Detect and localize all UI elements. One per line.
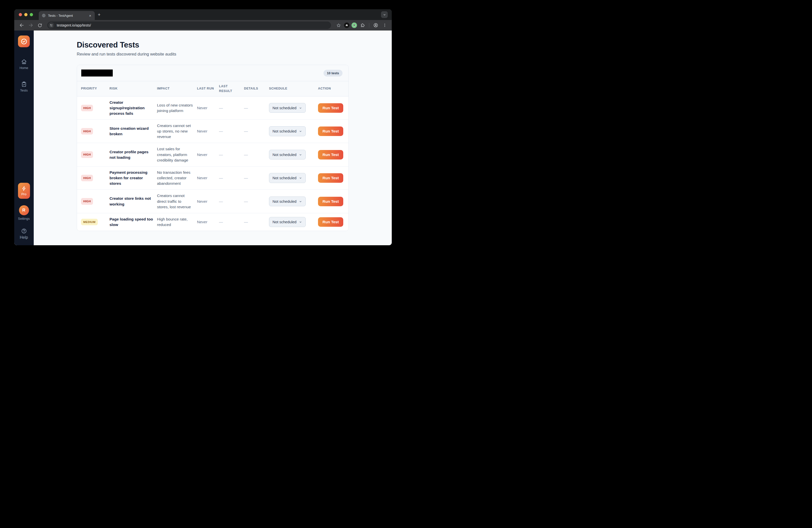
cell-last-result: — [219, 172, 244, 184]
table-row: HIGH Creator signup/registration process… [77, 97, 348, 119]
extensions-button[interactable] [359, 22, 366, 29]
sidebar-item-home[interactable]: Home [19, 59, 28, 70]
help-circle-icon [21, 228, 27, 234]
cell-impact: Loss of new creators joining platform [157, 99, 197, 117]
globe-favicon-icon [42, 14, 46, 17]
forward-arrow-icon [28, 23, 33, 28]
cell-risk: Page loading speed too slow [110, 213, 157, 231]
cell-schedule: Not scheduled [269, 123, 318, 139]
reload-button[interactable] [36, 22, 43, 29]
cell-action: Run Test [318, 193, 347, 209]
cell-risk: Creator store links not working [110, 192, 157, 210]
schedule-dropdown[interactable]: Not scheduled [269, 126, 306, 136]
cell-action: Run Test [318, 214, 347, 230]
profile-button[interactable] [372, 22, 379, 29]
cell-last-result: — [219, 102, 244, 114]
column-header-impact: Impact [157, 84, 197, 94]
window-controls [19, 13, 33, 16]
browser-menu-button[interactable] [381, 22, 388, 29]
chevron-down-icon [383, 13, 386, 16]
cell-details: — [244, 216, 269, 228]
close-window-button[interactable] [19, 13, 22, 16]
chevron-down-icon [299, 130, 302, 133]
chevron-down-icon [299, 220, 302, 224]
minimize-window-button[interactable] [24, 13, 28, 16]
run-test-button[interactable]: Run Test [318, 173, 343, 183]
extension-dome-icon[interactable] [344, 23, 349, 28]
new-tab-button[interactable]: + [98, 12, 101, 17]
test-table-body: HIGH Creator signup/registration process… [77, 97, 348, 231]
table-row: HIGH Store creation wizard broken Creato… [77, 119, 348, 143]
back-button[interactable] [18, 22, 25, 29]
cell-details: — [244, 149, 269, 161]
app-logo[interactable] [18, 35, 30, 47]
chevron-down-icon [299, 106, 302, 110]
column-header-schedule: Schedule [269, 84, 318, 94]
priority-badge: MEDIUM [81, 219, 98, 225]
reload-icon [38, 23, 42, 28]
table-row: HIGH Creator profile pages not loading L… [77, 143, 348, 166]
zoom-window-button[interactable] [30, 13, 33, 16]
page-title: Discovered Tests [77, 41, 349, 49]
puzzle-icon [360, 23, 365, 28]
app-viewport: Home Tests Pro R Settings [14, 30, 392, 245]
run-test-button[interactable]: Run Test [318, 103, 343, 113]
priority-badge: HIGH [81, 128, 93, 134]
cell-action: Run Test [318, 170, 347, 186]
star-icon [336, 23, 341, 28]
dome-glyph [345, 24, 348, 27]
run-test-button[interactable]: Run Test [318, 150, 343, 160]
sidebar-item-tests[interactable]: Tests [20, 81, 28, 92]
schedule-dropdown[interactable]: Not scheduled [269, 173, 306, 183]
run-test-button[interactable]: Run Test [318, 127, 343, 136]
table-row: HIGH Creator store links not working Cre… [77, 190, 348, 213]
cell-last-run: Never [197, 195, 219, 207]
schedule-dropdown-label: Not scheduled [273, 219, 296, 224]
cell-last-result: — [219, 216, 244, 228]
cell-risk: Store creation wizard broken [110, 122, 157, 140]
extension-cursor-icon[interactable] [351, 23, 357, 28]
priority-badge: HIGH [81, 105, 93, 111]
back-arrow-icon [19, 23, 24, 28]
run-test-button[interactable]: Run Test [318, 217, 343, 227]
cursor-glyph [352, 24, 356, 27]
check-circle-icon [20, 38, 28, 45]
cell-last-run: Never [197, 172, 219, 184]
schedule-dropdown[interactable]: Not scheduled [269, 196, 306, 206]
priority-badge: HIGH [81, 175, 93, 181]
cell-last-run: Never [197, 216, 219, 228]
sidebar-item-label: Home [19, 66, 28, 70]
cell-priority: HIGH [81, 102, 110, 115]
main-content: Discovered Tests Review and run tests di… [34, 30, 392, 245]
cell-details: — [244, 172, 269, 184]
bookmark-button[interactable] [335, 22, 342, 29]
cell-impact: Creators cannot set up stores, no new re… [157, 120, 197, 143]
sidebar-item-label: Tests [20, 88, 28, 92]
column-header-last-run: Last Run [197, 84, 219, 94]
user-avatar[interactable]: R [19, 205, 29, 215]
sidebar-item-help[interactable]: Help [20, 228, 28, 240]
sidebar-item-settings[interactable]: Settings [18, 217, 30, 220]
table-header-row: Priority Risk Impact Last Run Last Resul… [77, 81, 348, 97]
pro-upgrade-button[interactable]: Pro [18, 183, 30, 199]
cell-impact: High bounce rate, reduced [157, 213, 197, 231]
chevron-down-icon [299, 176, 302, 180]
cell-last-run: Never [197, 125, 219, 137]
tab-close-button[interactable]: × [88, 13, 92, 18]
run-test-button[interactable]: Run Test [318, 197, 343, 206]
cell-last-result: — [219, 195, 244, 207]
column-header-action: Action [318, 84, 345, 94]
table-row: HIGH Payment processing broken for creat… [77, 166, 348, 190]
forward-button[interactable] [27, 22, 34, 29]
url-text: testagent.io/app/tests/ [57, 23, 91, 27]
schedule-dropdown[interactable]: Not scheduled [269, 103, 306, 113]
table-row: MEDIUM Page loading speed too slow High … [77, 213, 348, 231]
schedule-dropdown[interactable]: Not scheduled [269, 217, 306, 227]
cell-action: Run Test [318, 100, 347, 116]
browser-tab[interactable]: Tests - TestAgent × [39, 11, 95, 20]
url-bar[interactable]: testagent.io/app/tests/ [47, 21, 331, 29]
site-info-button[interactable] [48, 22, 54, 28]
schedule-dropdown[interactable]: Not scheduled [269, 150, 306, 160]
tab-search-button[interactable] [381, 11, 388, 18]
cell-last-run: Never [197, 102, 219, 114]
